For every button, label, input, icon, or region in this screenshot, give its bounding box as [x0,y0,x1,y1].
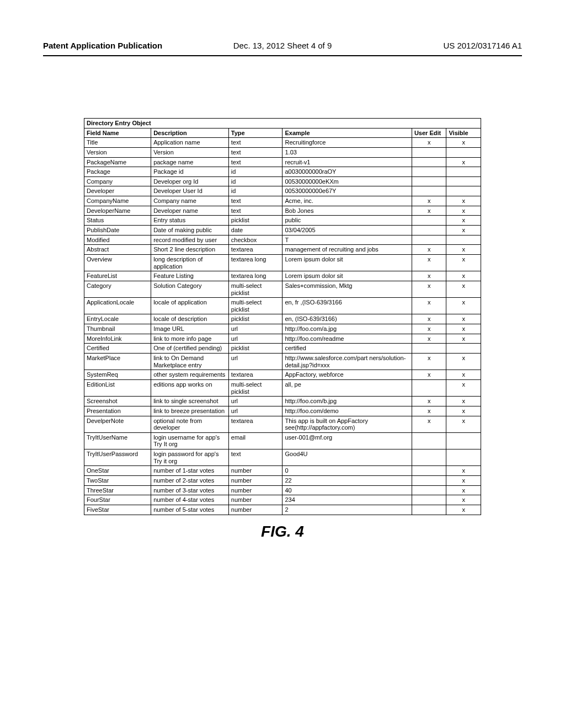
cell-field-name: Abstract [84,245,151,255]
header-rule [43,55,522,56]
cell-example: 0 [282,466,412,476]
table-row: Modifiedrecord modified by usercheckboxT [84,235,481,245]
cell-visible [446,186,481,196]
cell-type: textarea [228,416,282,432]
cell-description: Date of making public [151,226,229,235]
cell-example: recruit-v1 [282,157,412,167]
cell-example: http://foo.com/b.jpg [282,397,412,406]
cell-description: long description of application [151,254,229,271]
cell-example: management of recruiting and jobs [282,245,412,255]
table-row: PackagePackage idida0030000000raOY [84,167,481,177]
cell-description: link to more info page [151,334,229,344]
cell-user-edit: x [412,196,446,206]
page: Patent Application Publication Dec. 13, … [0,0,565,728]
cell-type: url [228,397,282,406]
col-user-edit: User Edit [412,128,446,138]
cell-example: en, fr ,(ISO-639/3166 [282,298,412,314]
cell-type: checkbox [228,235,282,245]
table-row: DeveloperNameDeveloper nametextBob Jones… [84,206,481,216]
col-field-name: Field Name [84,128,151,138]
cell-visible: x [446,397,481,406]
cell-visible: x [446,206,481,216]
cell-user-edit: x [412,334,446,344]
cell-type: id [228,167,282,177]
cell-field-name: MoreInfoLink [84,334,151,344]
cell-type: text [228,138,282,148]
cell-field-name: Package [84,167,151,177]
cell-description: Feature Listing [151,271,229,281]
table-row: CertifiedOne of (certified pending)pickl… [84,344,481,354]
table-row: Presentationlink to breeze presentationu… [84,406,481,416]
cell-example: 22 [282,475,412,485]
cell-visible: x [446,254,481,271]
cell-user-edit: x [412,416,446,432]
cell-description: number of 4-star votes [151,495,229,505]
table-row: TryItUserPasswordlogin password for app'… [84,449,481,466]
directory-entry-table: Directory Entry Object Field Name Descri… [84,118,481,515]
table-row: CategorySolution Categorymulti-select pi… [84,281,481,297]
cell-example: certified [282,344,412,354]
cell-example: This app is built on AppFactory see(http… [282,416,412,432]
cell-visible: x [446,281,481,297]
cell-example: all, pe [282,379,412,396]
cell-description: Entry status [151,216,229,226]
cell-example: AppFactory, webforce [282,370,412,380]
cell-description: number of 2-star votes [151,475,229,485]
cell-type: url [228,354,282,370]
cell-user-edit: x [412,406,446,416]
cell-visible: x [446,138,481,148]
cell-description: link to On Demand Marketplace entry [151,354,229,370]
cell-user-edit [412,157,446,167]
table-row: MoreInfoLinklink to more info pageurlhtt… [84,334,481,344]
cell-example: public [282,216,412,226]
cell-visible [446,344,481,354]
table-row: StatusEntry statuspicklistpublicx [84,216,481,226]
cell-example: T [282,235,412,245]
cell-example: 40 [282,485,412,495]
cell-example: 00530000000e67Y [282,186,412,196]
cell-description: link to single screenshot [151,397,229,406]
cell-user-edit [412,505,446,515]
cell-field-name: ApplicationLocale [84,298,151,314]
table-row: PublishDateDate of making publicdate03/0… [84,226,481,235]
cell-type: multi-select picklist [228,298,282,314]
cell-type: number [228,485,282,495]
cell-field-name: CompanyName [84,196,151,206]
table-row: MarketPlacelink to On Demand Marketplace… [84,354,481,370]
cell-user-edit [412,216,446,226]
cell-user-edit: x [412,281,446,297]
table-row: FourStarnumber of 4-star votesnumber234x [84,495,481,505]
table-row: ThreeStarnumber of 3-star votesnumber40x [84,485,481,495]
table-row: DevelperNoteoptional note from developer… [84,416,481,432]
cell-user-edit: x [412,314,446,324]
cell-visible: x [446,196,481,206]
cell-visible: x [446,245,481,255]
cell-visible: x [446,354,481,370]
cell-visible: x [446,314,481,324]
cell-visible: x [446,216,481,226]
cell-description: optional note from developer [151,416,229,432]
figure-caption: FIG. 4 [84,523,481,540]
cell-visible: x [446,226,481,235]
table-row: CompanyDeveloper org Idid00530000000eKXm [84,176,481,186]
cell-field-name: FourStar [84,495,151,505]
cell-field-name: Thumbnail [84,324,151,334]
cell-type: number [228,495,282,505]
table-row: TryItUserNamelogin username for app's Tr… [84,432,481,449]
cell-field-name: Certified [84,344,151,354]
cell-type: text [228,206,282,216]
cell-type: text [228,147,282,157]
table-row: PackageNamepackage nametextrecruit-v1x [84,157,481,167]
cell-description: link to breeze presentation [151,406,229,416]
cell-field-name: Presentation [84,406,151,416]
cell-user-edit [412,147,446,157]
cell-user-edit [412,226,446,235]
cell-type: email [228,432,282,449]
cell-description: number of 1-star votes [151,466,229,476]
cell-visible [446,167,481,177]
cell-description: record modified by user [151,235,229,245]
cell-example: Sales+commission, Mktg [282,281,412,297]
cell-type: textarea long [228,254,282,271]
cell-example: Good4U [282,449,412,466]
table-row: FeatureListFeature Listingtextarea longL… [84,271,481,281]
